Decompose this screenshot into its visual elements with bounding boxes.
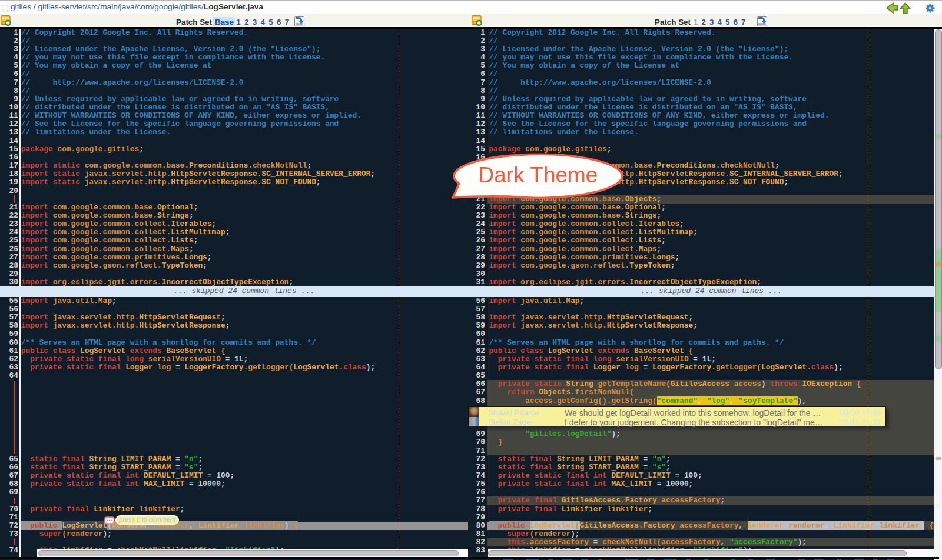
- svg-text:Dark Theme: Dark Theme: [479, 163, 598, 187]
